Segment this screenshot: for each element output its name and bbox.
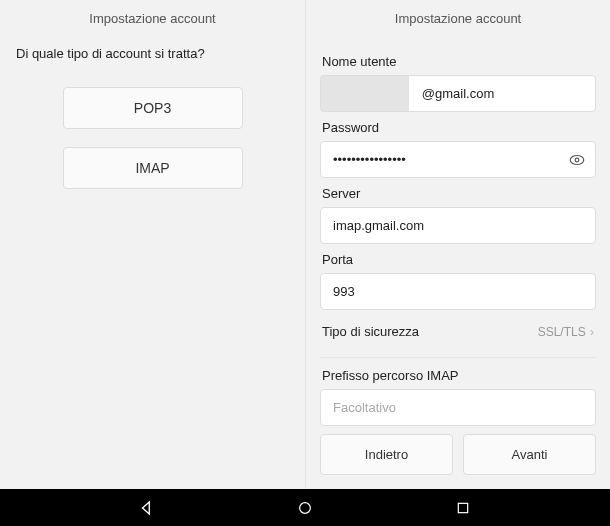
svg-point-2 [300,502,311,513]
imap-prefix-field[interactable] [320,389,596,426]
next-button[interactable]: Avanti [463,434,596,475]
svg-point-1 [575,158,579,162]
page-title-right: Impostazione account [320,0,596,46]
password-field[interactable]: •••••••••••••••• [320,141,596,178]
chevron-right-icon: › [590,324,594,339]
port-label: Porta [322,252,596,267]
left-panel: Impostazione account Di quale tipo di ac… [0,0,305,489]
right-panel: Impostazione account Nome utente @gmail.… [305,0,610,489]
server-label: Server [322,186,596,201]
username-label: Nome utente [322,54,596,69]
nav-home-icon[interactable] [294,497,316,519]
divider [320,357,596,358]
nav-back-icon[interactable] [136,497,158,519]
security-type-row[interactable]: Tipo di sicurezza SSL/TLS › [320,310,596,349]
imap-button[interactable]: IMAP [63,147,243,189]
back-button[interactable]: Indietro [320,434,453,475]
password-label: Password [322,120,596,135]
android-navbar [0,489,610,526]
username-value: @gmail.com [333,86,583,101]
server-field[interactable]: imap.gmail.com [320,207,596,244]
port-field[interactable]: 993 [320,273,596,310]
eye-icon[interactable] [568,151,586,169]
pop3-button[interactable]: POP3 [63,87,243,129]
security-type-label: Tipo di sicurezza [322,324,419,339]
svg-point-0 [570,155,584,164]
security-type-value: SSL/TLS [538,325,586,339]
nav-recent-icon[interactable] [452,497,474,519]
svg-rect-3 [458,503,467,512]
username-field[interactable]: @gmail.com [320,75,596,112]
imap-prefix-label: Prefisso percorso IMAP [322,368,596,383]
page-title-left: Impostazione account [14,0,291,46]
account-type-question: Di quale tipo di account si tratta? [14,46,291,79]
